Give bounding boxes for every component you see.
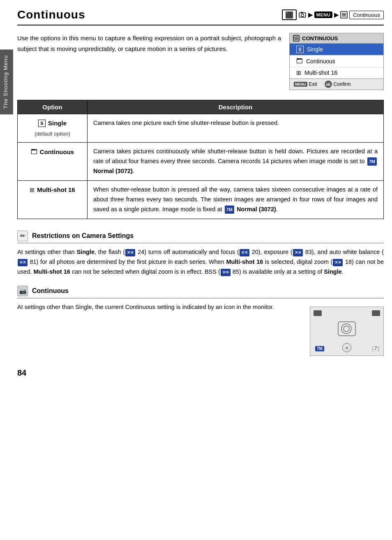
camera-glyph: ⬛ — [285, 11, 293, 19]
xref-20: ✕✕ — [240, 249, 249, 257]
breadcrumb-arrow-1: ▶ — [308, 12, 313, 18]
cam-top-left-element — [314, 310, 322, 316]
xref-85: ✕✕ — [221, 269, 231, 277]
note-restrictions-body: At settings other than Single, the flash… — [17, 247, 384, 277]
normal-badge-continuous: 7M — [367, 157, 377, 166]
desc-multishot: When shutter-release button is pressed a… — [88, 180, 384, 219]
option-cell-single: S Single (default option) — [18, 114, 88, 143]
xref-18: ✕✕ — [333, 259, 343, 267]
continuous-note-section: At settings other than Single, the curre… — [17, 302, 384, 356]
normal-badge-multishot: 7M — [225, 205, 234, 214]
note-continuous-header: 📷 Continuous — [17, 286, 384, 298]
single-icon: S — [296, 46, 304, 53]
breadcrumb-arrow-2: ▶ — [334, 12, 339, 18]
camera-diagram: 7M ⊚ [ 7 ] — [310, 307, 384, 356]
option-name-single: Single — [48, 118, 67, 129]
cam-number: 7 — [374, 346, 377, 351]
note-restrictions: ✏ Restrictions on Camera Settings At set… — [17, 231, 384, 277]
cam-bottom-right-element: [ 7 ] — [372, 346, 379, 351]
menu-confirm-label: Confirm — [334, 81, 351, 87]
menu-item-multishot-label: Multi-shot 16 — [304, 69, 337, 76]
menu-badge: MENU — [314, 12, 332, 18]
intro-section: Use the options in this menu to capture … — [17, 33, 384, 90]
menu-item-single-label: Single — [307, 46, 323, 53]
menu-panel-header: CONTINUOUS — [290, 33, 383, 44]
option-icon-single: S — [38, 120, 46, 127]
side-tab-label: The Shooting Menu — [2, 55, 9, 108]
cam-bracket-left: [ — [372, 346, 374, 351]
side-tab: The Shooting Menu — [0, 49, 13, 114]
table-row: ⊞ Multi-shot 16 When shutter-release but… — [18, 180, 384, 219]
col-description: Description — [88, 100, 384, 114]
menu-exit-badge: MENU — [294, 82, 307, 87]
pencil-icon: ✏ — [17, 231, 28, 241]
option-icon-multishot-wrap: ⊞ Multi-shot 16 — [23, 185, 81, 195]
table-row: S Single (default option) Camera takes o… — [18, 114, 384, 143]
menu-exit-label: Exit — [309, 81, 317, 87]
option-icon-multishot: ⊞ — [30, 185, 35, 195]
page-title: Continuous — [17, 8, 85, 21]
page-number: 84 — [17, 368, 384, 378]
cam-bottom-7m: 7M — [314, 346, 325, 351]
note-continuous-body: At settings other than Single, the curre… — [17, 302, 302, 312]
svg-point-13 — [344, 326, 349, 332]
continuous-icon: 🗔 — [296, 58, 303, 65]
cam-bracket-right: ] — [378, 346, 379, 351]
camera-diagram-inner: 7M ⊚ [ 7 ] — [310, 307, 383, 355]
col-option: Option — [18, 100, 88, 114]
desc-continuous: Camera takes pictures continuously while… — [88, 143, 384, 181]
svg-point-2 — [301, 14, 304, 17]
svg-point-12 — [341, 324, 351, 334]
option-name-continuous: Continuous — [40, 147, 74, 157]
cam-center-icon — [338, 321, 356, 339]
intro-text: Use the options in this menu to capture … — [17, 33, 281, 90]
note-continuous: 📷 Continuous At settings other than Sing… — [17, 286, 384, 356]
multishot-icon: ⊞ — [296, 69, 301, 76]
cam-ok-circle: ⊚ — [342, 343, 351, 352]
table-row: 🗔 Continuous Camera takes pictures conti… — [18, 143, 384, 181]
option-cell-multishot: ⊞ Multi-shot 16 — [18, 180, 88, 219]
footer-exit: MENU Exit — [294, 81, 317, 88]
menu-item-continuous[interactable]: 🗔 Continuous — [290, 55, 383, 67]
cam-top-right-element — [372, 310, 380, 316]
camera-icon: ⬛ — [282, 9, 297, 20]
menu-item-continuous-label: Continuous — [306, 58, 335, 65]
footer-confirm: ok Confirm — [325, 81, 351, 88]
cam-lens-icon — [338, 321, 356, 336]
option-name-multishot: Multi-shot 16 — [37, 185, 75, 195]
desc-single: Camera takes one picture each time shutt… — [88, 114, 384, 143]
menu-panel-icon — [293, 35, 300, 42]
camera-note-icon: 📷 — [17, 286, 28, 296]
xref-81: ✕✕ — [18, 259, 28, 267]
xref-24: ✕✕ — [125, 249, 135, 257]
cam-bottom-center-element: ⊚ — [342, 343, 351, 352]
camera-body-icon — [298, 11, 307, 18]
submenu-icon — [340, 11, 348, 18]
menu-item-single[interactable]: S Single — [290, 44, 383, 55]
breadcrumb: ⬛ ▶ MENU ▶ Continuous — [282, 9, 384, 20]
note-restrictions-title: Restrictions on Camera Settings — [32, 232, 134, 240]
note-continuous-title: Continuous — [32, 287, 69, 295]
option-icon-continuous-wrap: 🗔 Continuous — [23, 147, 81, 157]
svg-rect-1 — [301, 12, 303, 13]
menu-panel-footer: MENU Exit ok Confirm — [290, 78, 383, 90]
option-icon-single-wrap: S Single — [23, 118, 81, 129]
page-header: Continuous ⬛ ▶ MENU ▶ Continuous — [17, 8, 384, 25]
camera-menu-panel: CONTINUOUS S Single 🗔 Continuous ⊞ Multi… — [289, 33, 384, 90]
breadcrumb-label: Continuous — [349, 11, 384, 19]
option-icon-continuous: 🗔 — [31, 147, 37, 157]
option-cell-continuous: 🗔 Continuous — [18, 143, 88, 181]
options-table: Option Description S Single (default opt… — [17, 100, 384, 219]
menu-item-multishot[interactable]: ⊞ Multi-shot 16 — [290, 67, 383, 78]
note-restrictions-header: ✏ Restrictions on Camera Settings — [17, 231, 384, 243]
cam-7m-badge: 7M — [315, 346, 324, 351]
xref-83: ✕✕ — [293, 249, 303, 257]
option-sub-single: (default option) — [23, 129, 81, 138]
menu-panel-title: CONTINUOUS — [302, 35, 338, 42]
ok-confirm-badge: ok — [325, 81, 332, 88]
